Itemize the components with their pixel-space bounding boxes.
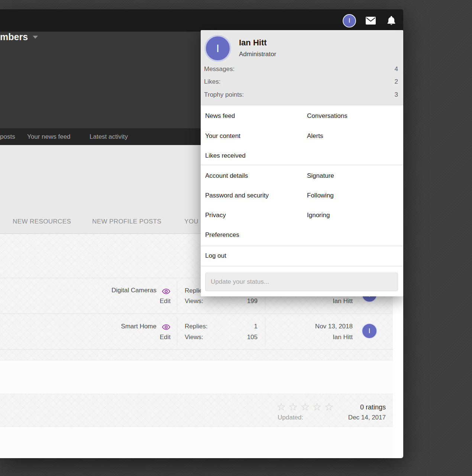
stat-trophy-points-label: Trophy points: [204, 91, 244, 99]
resource-body-panel [0, 360, 393, 394]
menu-item-privacy[interactable]: Privacy [205, 212, 226, 219]
menu-item-following[interactable]: Following [307, 192, 334, 199]
tab-new-profile-posts[interactable]: NEW PROFILE POSTS [92, 218, 161, 225]
stat-messages-label: Messages: [204, 65, 235, 73]
rating-count: 0 ratings [297, 403, 386, 411]
author-link[interactable]: Ian Hitt [273, 334, 353, 341]
author-link[interactable]: Ian Hitt [273, 298, 353, 305]
navtab-latest-activity[interactable]: Latest activity [90, 128, 128, 145]
user-role: Administrator [239, 51, 276, 58]
bottom-panel [0, 427, 393, 458]
column-divider [177, 317, 177, 346]
edit-link[interactable]: Edit [0, 298, 171, 305]
menu-item-likes-received[interactable]: Likes received [205, 152, 246, 160]
avatar-initial: I [349, 17, 350, 25]
page-title-text: mbers [0, 32, 28, 42]
updated-date: Dec 14, 2017 [297, 414, 386, 421]
menu-item-account-details[interactable]: Account details [205, 172, 248, 180]
replies-value: 1 [208, 323, 258, 330]
last-update-date[interactable]: Nov 13, 2018 [273, 323, 353, 330]
views-value: 105 [208, 334, 258, 341]
user-name: Ian Hitt [239, 38, 267, 48]
inbox-mail-icon[interactable] [366, 17, 376, 25]
user-avatar[interactable]: I [204, 35, 231, 62]
menu-item-log-out[interactable]: Log out [205, 252, 226, 260]
menu-item-your-content[interactable]: Your content [205, 132, 240, 140]
menu-divider [201, 246, 403, 246]
stat-likes-value: 2 [395, 78, 398, 86]
views-label: Views: [185, 334, 203, 341]
column-divider [177, 281, 177, 311]
column-divider [265, 317, 265, 346]
menu-item-ignoring[interactable]: Ignoring [307, 212, 330, 219]
menu-item-alerts[interactable]: Alerts [307, 132, 323, 140]
replies-label: Replies: [185, 323, 207, 330]
resource-title-link[interactable]: Smart Home [0, 323, 156, 330]
watch-eye-icon[interactable] [162, 289, 170, 296]
watch-eye-icon[interactable] [162, 324, 170, 331]
menu-divider [201, 165, 403, 165]
stat-trophy-points-value: 3 [395, 91, 398, 99]
menu-item-password-and-security[interactable]: Password and security [205, 192, 269, 199]
menu-item-signature[interactable]: Signature [307, 172, 334, 180]
menu-item-preferences[interactable]: Preferences [205, 231, 239, 239]
views-label: Views: [185, 298, 203, 305]
account-dropdown-header: I Ian Hitt Administrator Messages: 4 Lik… [201, 30, 403, 105]
stat-messages-value: 4 [395, 65, 398, 73]
edit-link[interactable]: Edit [0, 334, 171, 341]
stat-likes-label: Likes: [204, 78, 220, 86]
views-value: 199 [208, 298, 258, 305]
tab-new-resources[interactable]: NEW RESOURCES [13, 218, 71, 225]
menu-divider [201, 266, 403, 266]
avatar-initial: I [216, 42, 219, 55]
resource-title-link[interactable]: Digital Cameras [0, 287, 156, 294]
tab-your-content[interactable]: YOU [184, 218, 198, 225]
account-dropdown-menu: I Ian Hitt Administrator Messages: 4 Lik… [201, 30, 403, 296]
chevron-down-icon [33, 36, 38, 39]
account-menu-avatar-button[interactable]: I [343, 14, 356, 28]
menu-item-news-feed[interactable]: News feed [205, 112, 235, 120]
avatar-initial: I [368, 327, 370, 335]
alerts-bell-icon[interactable] [387, 16, 395, 25]
author-avatar[interactable]: I [362, 323, 377, 339]
top-navigation-bar: I [0, 9, 403, 32]
status-update-input[interactable] [205, 273, 398, 291]
browser-window: I mbers posts Your news feed Latest acti… [0, 9, 403, 458]
navtab-your-news-feed[interactable]: Your news feed [27, 128, 71, 145]
menu-item-conversations[interactable]: Conversations [307, 112, 347, 120]
navtab-posts[interactable]: posts [0, 128, 15, 145]
resource-row: Smart Home Edit Replies: 1 Views: 105 No… [0, 313, 393, 350]
